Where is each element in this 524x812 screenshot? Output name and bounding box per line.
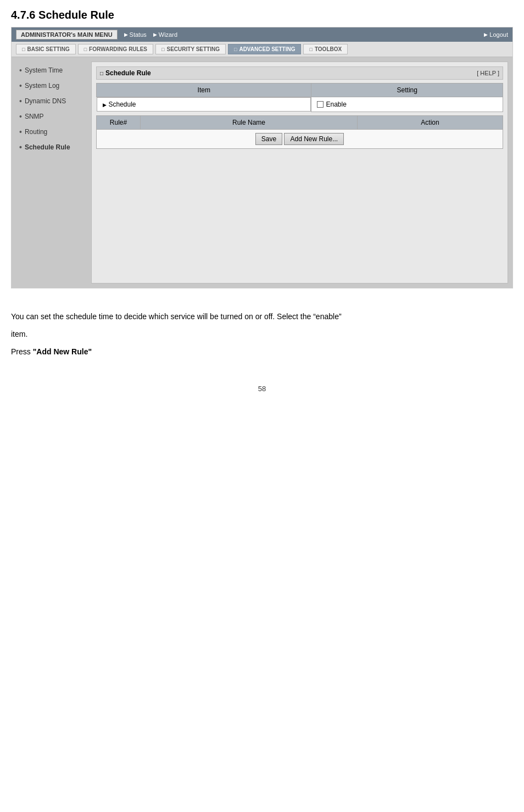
sidebar-item-schedule-rule[interactable]: Schedule Rule	[12, 140, 91, 155]
schedule-arrow-icon	[103, 101, 107, 108]
sidebar-item-snmp[interactable]: SNMP	[12, 109, 91, 124]
tab-forwarding-rules[interactable]: FORWARDING RULES	[78, 44, 153, 54]
tab-basic-setting[interactable]: BASIC SETTING	[16, 44, 76, 54]
description-line3: Press "Add New Rule"	[11, 346, 513, 359]
description-line2: item.	[11, 328, 513, 341]
settings-col-setting: Setting	[311, 84, 503, 97]
schedule-setting-row: Schedule Enable	[97, 97, 503, 112]
rules-table: Rule# Rule Name Action Save Add New Rule…	[96, 115, 503, 149]
add-new-rule-button[interactable]: Add New Rule...	[284, 133, 344, 145]
page-title: 4.7.6 Schedule Rule	[0, 0, 524, 27]
tab-bar: BASIC SETTING FORWARDING RULES SECURITY …	[12, 42, 512, 57]
enable-container: Enable	[317, 101, 497, 108]
tab-advanced-setting[interactable]: ADVANCED SETTING	[228, 44, 301, 54]
page-number: 58	[0, 368, 524, 409]
tab-toolbox[interactable]: TOOLBOX	[303, 44, 348, 54]
screenshot-container: ADMINISTRATOR's MAIN MENU Status Wizard …	[11, 27, 513, 288]
logout-link[interactable]: Logout	[484, 31, 508, 38]
settings-table: Item Setting Schedule Enable	[96, 83, 503, 112]
rules-col-number: Rule#	[97, 115, 141, 129]
sidebar-item-dynamic-dns[interactable]: Dynamic DNS	[12, 93, 91, 109]
description-line1: You can set the schedule time to decide …	[11, 310, 513, 324]
rules-button-row: Save Add New Rule...	[97, 129, 503, 148]
top-nav-left: ADMINISTRATOR's MAIN MENU Status Wizard	[16, 30, 177, 40]
rules-col-name: Rule Name	[141, 115, 358, 129]
schedule-item-cell: Schedule	[97, 97, 311, 112]
enable-checkbox[interactable]	[317, 101, 324, 108]
sidebar-item-routing[interactable]: Routing	[12, 124, 91, 140]
enable-label: Enable	[326, 101, 346, 108]
sidebar-item-system-log[interactable]: System Log	[12, 78, 91, 93]
status-link[interactable]: Status	[124, 31, 147, 38]
panel-title: Schedule Rule	[100, 69, 151, 77]
top-nav-bar: ADMINISTRATOR's MAIN MENU Status Wizard …	[12, 27, 512, 42]
add-new-rule-reference: "Add New Rule"	[33, 347, 92, 356]
panel-header: Schedule Rule [ HELP ]	[96, 66, 503, 80]
sidebar-item-system-time[interactable]: System Time	[12, 63, 91, 78]
settings-col-item: Item	[97, 84, 311, 97]
schedule-item-label: Schedule	[109, 101, 136, 108]
content-panel: Schedule Rule [ HELP ] Item Setting Sche…	[91, 62, 508, 283]
panel-help[interactable]: [ HELP ]	[477, 70, 499, 76]
rules-buttons-cell: Save Add New Rule...	[97, 129, 503, 148]
main-content: System Time System Log Dynamic DNS SNMP …	[12, 57, 512, 288]
description-section: You can set the schedule time to decide …	[0, 299, 524, 368]
save-button[interactable]: Save	[255, 133, 282, 145]
rules-col-action: Action	[358, 115, 503, 129]
tab-security-setting[interactable]: SECURITY SETTING	[155, 44, 226, 54]
schedule-setting-cell: Enable	[311, 97, 503, 112]
admin-menu-brand[interactable]: ADMINISTRATOR's MAIN MENU	[16, 30, 118, 40]
wizard-link[interactable]: Wizard	[153, 31, 177, 38]
sidebar: System Time System Log Dynamic DNS SNMP …	[12, 57, 91, 288]
